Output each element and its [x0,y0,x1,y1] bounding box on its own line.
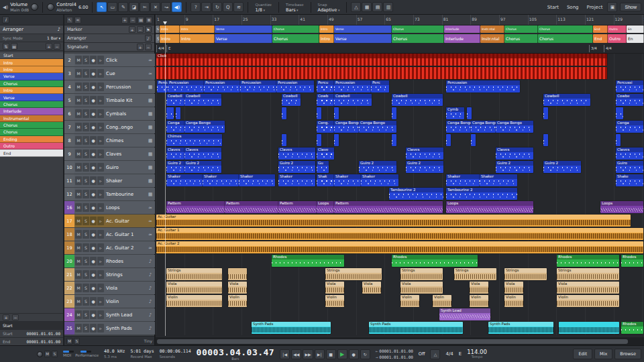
arranger-section-intro[interactable]: Intro [0,59,63,66]
solo-button[interactable]: S [83,217,89,225]
clip-percussion[interactable]: Percussion [240,80,276,93]
mix-button[interactable]: Mix [594,349,612,359]
arranger-segment-end[interactable]: End [593,34,608,43]
clip-cowbe[interactable]: Cowbe [616,94,643,106]
clip-ac-guitar-1[interactable]: Ac. Guitar 1 [156,228,643,240]
clip-cong-[interactable]: Cong. [317,121,334,133]
mute-button[interactable]: M [75,203,82,212]
monitor-button[interactable]: ▹ [97,203,104,212]
paint-tool[interactable]: ✎ [118,2,128,12]
record-arm-button[interactable]: ● [90,257,97,265]
clip-conga-bongo[interactable]: Conga Bongo [496,121,533,133]
arranger-section-intro[interactable]: Intro [0,87,63,94]
clip-guiro-2[interactable]: Guiro 2 [278,161,315,173]
arranger-segment-verse[interactable]: Verse [215,25,272,33]
track-row-violin[interactable]: 23MS●▹Violin♪ [64,295,155,308]
metronome-icon[interactable]: △ [351,2,361,12]
clip-cymbals[interactable] [616,107,623,119]
clip-perc[interactable]: Perc [371,80,389,93]
mute-button[interactable]: M [75,123,82,131]
arranger-segment-outro[interactable]: Outro [608,25,627,33]
track-row-chimes[interactable]: 8MS●▹Chimes▦ [64,134,155,147]
clip-loops[interactable]: Loops [317,201,334,213]
arranger-segment-intro[interactable]: Intro [160,34,180,43]
arranger-section-intro[interactable]: Intro [0,66,63,73]
arranger-segment-chorus[interactable]: Chorus [272,34,319,43]
clip-cowbell[interactable]: Cowbell [166,94,184,106]
clip-conga[interactable]: Conga [166,121,184,133]
monitor-button[interactable]: ▹ [97,284,104,292]
mute-button[interactable]: M [75,324,82,333]
inspector-icon[interactable]: ▥ [383,2,393,12]
mute-tool[interactable]: ✕ [150,2,160,12]
signature-remove-icon[interactable]: − [145,44,152,50]
track-row-percussion[interactable]: 4MS●▹Percussion▦ [64,80,155,93]
solo-button[interactable]: S [83,69,89,78]
arranger-section-start[interactable]: Start [0,52,63,59]
loop-follow-icon[interactable]: ↻ [212,2,222,12]
clip-cowbell[interactable]: Cowbell [392,94,443,106]
record-arm-button[interactable]: ● [90,297,97,306]
clip-percussion[interactable]: Percussion [276,80,314,93]
arranger-segment-verse[interactable]: Verse [334,25,392,33]
arranger-segment-intro[interactable]: Intro [319,34,334,43]
clip-cowbell[interactable]: Cowbell [334,94,372,106]
record-arm-button[interactable]: ● [90,203,97,212]
signature-marker[interactable]: 3/4 [589,45,597,52]
monitor-button[interactable]: ▹ [97,230,104,239]
snap-dropdown[interactable]: Snap Adaptive [315,2,343,13]
mute-button[interactable]: M [75,310,82,319]
clip-viola[interactable]: Viola [325,282,344,294]
browse-button[interactable]: Browse [614,349,641,359]
loop-range-block[interactable]: ⇤00001.01.01.00 ⇥00001.01.01.00 [376,348,413,360]
clip-violin[interactable]: Violin [325,295,344,307]
master-solo-button[interactable]: S [52,351,58,357]
clip-ac-guitar-2[interactable]: Ac. Guitar 2 [156,241,643,253]
add-track-button[interactable]: + [121,17,128,23]
clip-clave[interactable]: Clave [317,147,334,160]
clip-percussion[interactable]: Percussion [334,80,371,93]
clip-chimes[interactable] [282,134,286,146]
precount-icon[interactable]: ▦ [362,2,372,12]
arranger-section-verse[interactable]: Verse [0,73,63,80]
marker-remove-icon[interactable]: − [137,26,144,33]
marker-add-icon[interactable]: + [129,26,136,33]
mute-button[interactable]: M [75,243,82,252]
clip-strings[interactable]: Strings [400,268,443,280]
record-arm-button[interactable]: ● [90,190,97,198]
monitor-button[interactable]: ▹ [97,163,104,172]
solo-button[interactable]: S [83,297,89,306]
timebase-dropdown[interactable]: Timebase Bars [283,2,307,13]
arranger-segment-chorus[interactable]: Chorus [504,25,538,33]
mute-button[interactable]: M [75,284,82,292]
global-solo-button[interactable]: S [74,338,80,345]
arranger-section-chorus[interactable]: Chorus [0,129,63,135]
clip-click[interactable]: Click [156,54,607,66]
track-automation-icon[interactable]: ≈ [74,17,81,23]
clip-viola[interactable]: Viola [362,282,381,294]
clip-claves[interactable]: Claves [496,147,533,160]
track-arrow-icon[interactable]: ↖ [66,17,73,23]
metronome-button[interactable]: △ [430,349,440,359]
clip-strings[interactable]: Strings [504,268,547,280]
clip-cowbell[interactable]: Cowbell [184,94,221,106]
monitor-button[interactable]: ▹ [97,297,104,306]
arranger-section-end[interactable]: End [0,149,63,156]
solo-button[interactable]: S [83,324,89,333]
arrow-tool[interactable]: ↖ [97,2,107,12]
window-icon[interactable]: ▣ [607,2,617,12]
arranger-segment-intro[interactable]: Intro [319,25,334,33]
layout-icon[interactable]: ▤ [372,2,382,12]
solo-button[interactable]: S [83,56,89,64]
clip-shaker[interactable]: Shaker [446,174,480,186]
monitor-button[interactable]: ▹ [97,149,104,158]
clip-strings[interactable]: Strings [166,268,222,280]
monitor-button[interactable]: ▹ [97,82,104,91]
arranger-segment-chorus[interactable]: Chorus [392,34,444,43]
record-arm-button[interactable]: ● [90,82,97,91]
solo-button[interactable]: S [83,136,89,145]
clip-viola[interactable]: Viola [504,282,523,294]
clip-ac-guitar[interactable]: Ac. Guitar [156,215,631,227]
arranger-segment-interlude[interactable]: Interlude [444,25,480,33]
arranger-section-chorus[interactable]: Chorus [0,101,63,108]
